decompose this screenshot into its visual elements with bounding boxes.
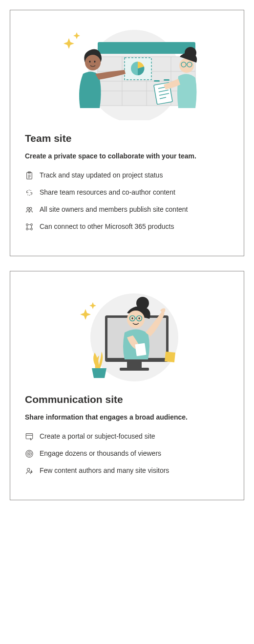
svg-rect-17: [164, 79, 169, 81]
svg-rect-47: [26, 434, 33, 439]
people-icon: [25, 205, 34, 214]
feature-item: Few content authors and many site visito…: [25, 466, 229, 476]
feature-text: All site owners and members publish site…: [40, 204, 229, 215]
feature-text: Share team resources and co-author conte…: [40, 187, 229, 198]
feature-text: Can connect to other Microsoft 365 produ…: [40, 222, 229, 232]
team-site-illustration: [25, 25, 229, 123]
svg-point-51: [27, 468, 30, 471]
svg-point-18: [85, 55, 101, 70]
svg-point-48: [28, 453, 30, 455]
feature-item: All site owners and members publish site…: [25, 204, 229, 215]
broadcast-icon: [25, 449, 34, 458]
communication-site-title: Communication site: [25, 394, 229, 405]
svg-point-20: [94, 61, 96, 63]
feature-item: Create a portal or subject-focused site: [25, 431, 229, 442]
svg-rect-1: [98, 42, 195, 54]
svg-point-30: [31, 224, 33, 226]
clipboard-icon: [25, 171, 34, 180]
svg-point-28: [29, 207, 31, 210]
communication-site-illustration: [25, 286, 229, 384]
feature-text: Track and stay updated on project status: [40, 170, 229, 180]
authors-icon: [25, 466, 34, 475]
svg-rect-46: [135, 343, 146, 356]
sync-icon: [25, 188, 34, 197]
feature-item: Share team resources and co-author conte…: [25, 187, 229, 198]
svg-point-19: [89, 61, 91, 63]
svg-point-44: [132, 317, 133, 319]
feature-item: Track and stay updated on project status: [25, 170, 229, 180]
communication-site-features: Create a portal or subject-focused site …: [25, 431, 229, 476]
svg-rect-16: [154, 80, 160, 82]
svg-point-32: [31, 228, 33, 230]
portal-icon: [25, 432, 34, 441]
connect-icon: [25, 222, 34, 231]
svg-rect-37: [120, 368, 149, 371]
svg-point-29: [26, 224, 28, 226]
svg-rect-25: [27, 173, 32, 179]
feature-item: Engage dozens or thousands of viewers: [25, 448, 229, 459]
team-site-features: Track and stay updated on project status…: [25, 170, 229, 232]
feature-text: Few content authors and many site visito…: [40, 466, 229, 476]
svg-point-45: [139, 317, 140, 319]
communication-site-card[interactable]: Communication site Share information tha…: [10, 271, 244, 500]
team-site-subtitle: Create a private space to collaborate wi…: [25, 151, 229, 161]
svg-point-27: [27, 207, 29, 210]
svg-rect-38: [165, 352, 175, 362]
team-site-title: Team site: [25, 133, 229, 144]
feature-text: Engage dozens or thousands of viewers: [40, 448, 229, 459]
svg-point-49: [27, 452, 32, 456]
feature-item: Can connect to other Microsoft 365 produ…: [25, 222, 229, 232]
svg-point-31: [26, 228, 28, 230]
team-site-card[interactable]: Team site Create a private space to coll…: [10, 10, 244, 256]
communication-site-subtitle: Share information that engages a broad a…: [25, 412, 229, 422]
svg-rect-36: [127, 362, 142, 368]
feature-text: Create a portal or subject-focused site: [40, 431, 229, 442]
